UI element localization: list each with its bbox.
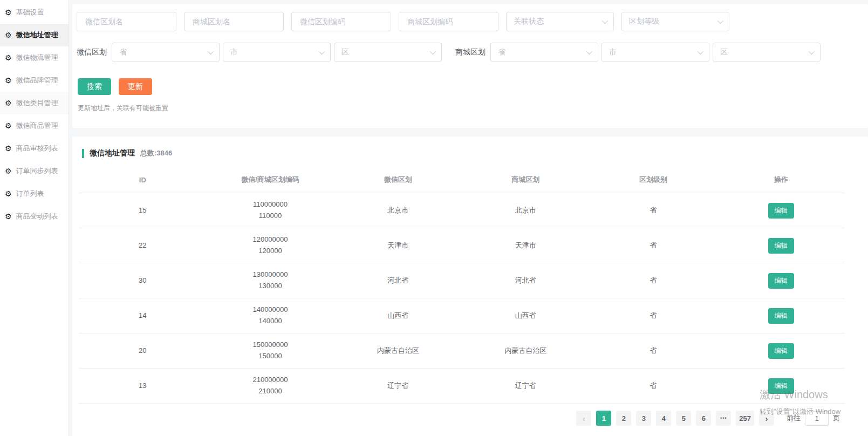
cell-wx-region: 河北省 — [334, 263, 462, 298]
cell-mall-region: 北京市 — [462, 193, 590, 228]
sidebar-item[interactable]: ⚙ 订单同步列表 — [0, 160, 69, 182]
prev-page-button[interactable]: ‹ — [576, 411, 591, 426]
col-actions: 操作 — [717, 167, 845, 193]
sidebar-item-label: 订单列表 — [16, 189, 44, 199]
sidebar-item[interactable]: ⚙ 商品变动列表 — [0, 205, 69, 228]
sidebar-item-label: 微信地址管理 — [16, 30, 58, 40]
page-number-button[interactable]: 4 — [656, 411, 671, 426]
sidebar-item-label: 订单同步列表 — [16, 166, 58, 176]
wx-code: 210000000 — [210, 374, 331, 386]
chevron-down-icon — [208, 49, 214, 54]
sidebar-item[interactable]: ⚙ 微信商品管理 — [0, 114, 69, 137]
table-row: 22 120000000 120000 天津市 天津市 省 编辑 — [79, 228, 845, 263]
wx-region-name-input[interactable] — [77, 12, 176, 31]
goto-page-group: 前往 页 — [787, 411, 840, 426]
mall-code: 120000 — [210, 246, 331, 257]
wx-code: 120000000 — [210, 234, 331, 246]
page-number-button[interactable]: 5 — [676, 411, 691, 426]
update-note: 更新地址后，关联有可能被重置 — [77, 104, 868, 113]
wx-code: 150000000 — [210, 339, 331, 351]
page-number-button[interactable]: 2 — [616, 411, 631, 426]
cell-actions: 编辑 — [717, 228, 845, 263]
sidebar-item[interactable]: ⚙ 微信地址管理 — [0, 24, 69, 46]
page-number-button[interactable]: 6 — [696, 411, 711, 426]
cell-actions: 编辑 — [717, 298, 845, 333]
page-number-button[interactable]: 3 — [636, 411, 651, 426]
goto-page-input[interactable] — [805, 411, 829, 426]
edit-button[interactable]: 编辑 — [768, 378, 794, 394]
update-button[interactable]: 更新 — [119, 78, 152, 95]
cell-mall-region: 河北省 — [462, 263, 590, 298]
wx-city-select[interactable]: 市 — [223, 43, 331, 62]
main-content: 关联状态 区划等级 微信区划 省 市 区 — [69, 0, 868, 436]
cell-id: 13 — [79, 369, 207, 404]
page-number-button[interactable]: 1 — [596, 411, 611, 426]
sidebar-item[interactable]: ⚙ 基础设置 — [0, 1, 69, 24]
table-panel: 微信地址管理 总数:3846 ID 微信/商城区划编码 微信区划 商城区划 区划… — [72, 137, 868, 436]
wx-province-select[interactable]: 省 — [112, 43, 220, 62]
cell-id: 22 — [79, 228, 207, 263]
address-table: ID 微信/商城区划编码 微信区划 商城区划 区划级别 操作 15 110000… — [79, 167, 845, 404]
link-status-select[interactable]: 关联状态 — [506, 12, 614, 31]
wx-province-placeholder: 省 — [119, 47, 127, 57]
wx-district-select[interactable]: 区 — [334, 43, 442, 62]
mall-region-label: 商城区划 — [455, 47, 486, 57]
col-id: ID — [79, 167, 207, 193]
last-page-button[interactable]: 257 — [736, 411, 754, 426]
mall-code: 140000 — [210, 316, 331, 327]
mall-city-select[interactable]: 市 — [602, 43, 709, 62]
mall-district-select[interactable]: 区 — [713, 43, 821, 62]
cell-codes: 210000000 210000 — [207, 369, 334, 404]
sidebar-item[interactable]: ⚙ 微信物流管理 — [0, 46, 69, 69]
mall-region-name-input[interactable] — [184, 12, 284, 31]
mall-province-placeholder: 省 — [498, 47, 505, 57]
sidebar-item-label: 微信商品管理 — [16, 121, 58, 131]
mall-city-placeholder: 市 — [609, 47, 617, 57]
filter-panel: 关联状态 区划等级 微信区划 省 市 区 — [72, 4, 868, 128]
edit-button[interactable]: 编辑 — [768, 273, 794, 289]
cell-mall-region: 天津市 — [462, 228, 590, 263]
cell-wx-region: 内蒙古自治区 — [334, 333, 462, 369]
filter-row-2: 微信区划 省 市 区 商城区划 省 — [77, 43, 868, 62]
mall-region-code-input[interactable] — [399, 12, 498, 31]
gear-icon: ⚙ — [5, 145, 12, 152]
chevron-down-icon — [698, 49, 703, 54]
sidebar-item[interactable]: ⚙ 微信类目管理 — [0, 92, 69, 114]
next-page-button[interactable]: › — [759, 411, 774, 426]
sidebar: ⚙ 基础设置 ⚙ 微信地址管理 ⚙ 微信物流管理 ⚙ 微信品牌管理 ⚙ 微信类目… — [0, 0, 69, 436]
sidebar-item-label: 商品审核列表 — [16, 144, 58, 153]
chevron-down-icon — [717, 18, 723, 24]
cell-level: 省 — [590, 369, 717, 404]
wx-code: 110000000 — [210, 199, 331, 210]
page-unit-label: 页 — [833, 413, 840, 423]
page-ellipsis[interactable]: ••• — [716, 411, 731, 426]
wx-region-code-input[interactable] — [291, 12, 391, 31]
cell-mall-region: 辽宁省 — [462, 369, 590, 404]
wx-city-placeholder: 市 — [230, 47, 238, 57]
gear-icon: ⚙ — [5, 167, 12, 175]
search-button[interactable]: 搜索 — [78, 78, 111, 95]
wx-region-label: 微信区划 — [77, 47, 107, 57]
col-codes: 微信/商城区划编码 — [207, 167, 334, 193]
region-level-select[interactable]: 区划等级 — [621, 12, 729, 31]
chevron-down-icon — [430, 49, 436, 54]
cell-codes: 120000000 120000 — [207, 228, 334, 263]
edit-button[interactable]: 编辑 — [768, 308, 794, 324]
table-row: 14 140000000 140000 山西省 山西省 省 编辑 — [79, 298, 845, 333]
edit-button[interactable]: 编辑 — [768, 203, 794, 219]
edit-button[interactable]: 编辑 — [768, 238, 794, 254]
cell-id: 14 — [79, 298, 207, 333]
cell-level: 省 — [590, 228, 717, 263]
sidebar-item[interactable]: ⚙ 订单列表 — [0, 182, 69, 205]
region-level-placeholder: 区划等级 — [629, 17, 659, 26]
col-wx-region: 微信区划 — [334, 167, 462, 193]
gear-icon: ⚙ — [5, 77, 12, 84]
sidebar-item[interactable]: ⚙ 商品审核列表 — [0, 137, 69, 160]
edit-button[interactable]: 编辑 — [768, 343, 794, 359]
cell-wx-region: 北京市 — [334, 193, 462, 228]
mall-province-select[interactable]: 省 — [490, 43, 598, 62]
sidebar-item[interactable]: ⚙ 微信品牌管理 — [0, 69, 69, 92]
cell-codes: 150000000 150000 — [207, 333, 334, 369]
cell-wx-region: 辽宁省 — [334, 369, 462, 404]
chevron-down-icon — [809, 49, 815, 54]
